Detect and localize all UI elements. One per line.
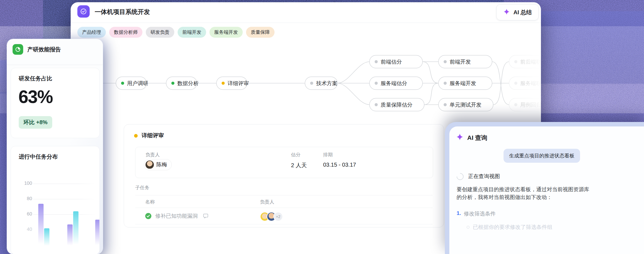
ai-status-row: 正在查询视图	[457, 173, 500, 180]
flow-node[interactable]: 服务端估分	[369, 77, 423, 90]
node-label: 详细评审	[228, 80, 249, 86]
user-message-bubble: 生成重点项目的推进状态看板	[504, 149, 580, 163]
node-status-dot	[444, 82, 447, 85]
sparkle-icon	[503, 8, 510, 16]
bar-teal	[73, 211, 78, 247]
y-axis-tick: 100	[19, 181, 32, 186]
node-label: 单元测试开发	[450, 102, 481, 108]
flow-node[interactable]: 前端开发	[438, 55, 492, 68]
metric-delta-badge: 环比 +8%	[19, 116, 52, 129]
flow-node[interactable]: 服务端开发	[438, 77, 492, 90]
screenshot-stage: 一体机项目系统开发 AI 总结 产品经理数据分析师研发负责前端开发服务端开发质量…	[0, 0, 644, 254]
subtask-row[interactable]: 修补已知功能漏洞 +2	[135, 208, 433, 224]
role-tag[interactable]: 产品经理	[77, 27, 106, 38]
chart-title: 进行中任务分布	[19, 153, 58, 160]
report-panel: 产研效能报告 研发任务占比 63% 环比 +8% 进行中任务分布 1008060…	[7, 39, 103, 254]
assignee-avatars[interactable]: +2	[260, 212, 283, 221]
y-axis-tick: 80	[19, 196, 32, 202]
node-status-dot	[121, 82, 124, 85]
node-label: 数据分析	[177, 80, 199, 86]
flow-node[interactable]: 前端估分	[369, 55, 423, 68]
workflow-diagram: 用户调研数据分析详细评审技术方案前端估分服务端估分质量保障估分前端开发服务端开发…	[71, 39, 541, 122]
role-tag[interactable]: 研发负责	[146, 27, 174, 38]
flow-node[interactable]: 用户调研	[116, 77, 148, 90]
ai-step-item: 1. 修改筛选条件	[457, 210, 496, 217]
field-label-estimate: 估分	[291, 152, 300, 158]
ai-summary-label: AI 总结	[513, 9, 532, 16]
metric-title: 研发任务占比	[19, 75, 52, 82]
field-label-schedule: 排期	[323, 152, 333, 158]
gridline	[33, 184, 96, 184]
done-check-icon	[145, 213, 151, 220]
role-tag[interactable]: 数据分析师	[109, 27, 142, 38]
node-label: 前端估分	[381, 59, 402, 65]
node-label: 用户调研	[127, 80, 148, 86]
flow-fade-overlay	[502, 39, 541, 122]
ai-panel-body: AI 查询 生成重点项目的推进状态看板 正在查询视图 要创建重点项目的推进状态看…	[449, 126, 644, 254]
substep-text: 已根据你的要求修改了筛选条件组	[473, 224, 552, 231]
ai-panel-header: AI 查询	[456, 133, 487, 142]
node-label: 质量保障估分	[381, 102, 412, 108]
flow-node[interactable]: 详细评审	[216, 77, 249, 90]
gridline	[33, 199, 96, 199]
subtasks-table-header: 名称 负责人	[135, 195, 433, 208]
node-label: 服务端估分	[381, 80, 407, 86]
flow-node[interactable]: 单元测试开发	[438, 98, 493, 111]
column-name: 名称	[145, 199, 155, 205]
flow-node[interactable]: 质量保障估分	[369, 98, 424, 111]
report-title: 产研效能报告	[27, 46, 61, 53]
node-label: 服务端开发	[450, 80, 476, 86]
node-label: 技术方案	[316, 80, 337, 86]
extra-assignees-badge: +2	[273, 212, 283, 221]
node-status-dot	[444, 60, 447, 63]
owner-name: 陈梅	[156, 161, 167, 168]
project-title: 一体机项目系统开发	[95, 8, 150, 16]
step-text: 修改筛选条件	[464, 210, 496, 217]
project-check-icon	[77, 5, 90, 18]
flow-connector	[337, 62, 369, 83]
loading-spinner-icon	[455, 171, 465, 181]
ai-query-panel: AI 查询 生成重点项目的推进状态看板 正在查询视图 要创建重点项目的推进状态看…	[445, 122, 644, 254]
flow-node[interactable]: 数据分析	[166, 77, 199, 90]
column-owner: 负责人	[260, 199, 274, 205]
role-tag[interactable]: 服务端开发	[209, 27, 243, 38]
status-dot-yellow	[134, 134, 138, 138]
task-detail-card: 详细评审 负责人 估分 排期 陈梅 2 人天 03.15 - 03.17 子任务…	[124, 124, 444, 227]
ai-status-text: 正在查询视图	[468, 173, 500, 180]
task-info-card: 负责人 估分 排期 陈梅 2 人天 03.15 - 03.17	[135, 147, 433, 178]
bar-purple	[38, 204, 44, 248]
pie-timer-icon	[13, 44, 23, 55]
subtask-name: 修补已知功能漏洞	[155, 212, 198, 220]
comment-icon[interactable]	[203, 213, 209, 220]
estimate-value: 2 人天	[291, 162, 307, 169]
flow-connector	[424, 83, 438, 105]
role-tag[interactable]: 前端开发	[178, 27, 206, 38]
header-divider	[71, 23, 541, 23]
report-header: 产研效能报告	[13, 44, 61, 55]
bar-purple	[67, 224, 73, 247]
node-status-dot	[222, 82, 225, 85]
metric-value: 63%	[18, 87, 53, 107]
subtasks-label: 子任务	[135, 184, 149, 191]
node-label: 前端开发	[450, 59, 471, 65]
flow-connector	[337, 83, 369, 105]
glow-band-right	[531, 11, 644, 84]
flow-node[interactable]: 技术方案	[305, 77, 337, 90]
step-number: 1.	[457, 210, 461, 217]
node-status-dot	[375, 82, 378, 85]
ai-summary-button[interactable]: AI 总结	[496, 4, 539, 20]
role-tag[interactable]: 质量保障	[246, 27, 275, 38]
y-axis-tick: 40	[19, 227, 32, 232]
owner-avatar	[146, 160, 154, 169]
flow-connector	[423, 62, 438, 83]
ai-substep-item: 已根据你的要求修改了筛选条件组	[467, 224, 552, 231]
sparkle-icon	[456, 133, 464, 142]
bar-purple	[95, 220, 100, 247]
owner-chip[interactable]: 陈梅	[144, 159, 172, 170]
subtasks-table: 名称 负责人 修补已知功能漏洞 +2	[135, 195, 433, 224]
subtasks-table-body: 修补已知功能漏洞 +2	[135, 208, 433, 224]
ai-answer-text: 要创建重点项目的推进状态看板，通过对当前视图资源库的分析，我将对当前视图做出如下…	[457, 186, 590, 201]
field-label-owner: 负责人	[146, 152, 160, 158]
report-divider	[7, 65, 103, 65]
detail-card-title: 详细评审	[142, 132, 164, 139]
